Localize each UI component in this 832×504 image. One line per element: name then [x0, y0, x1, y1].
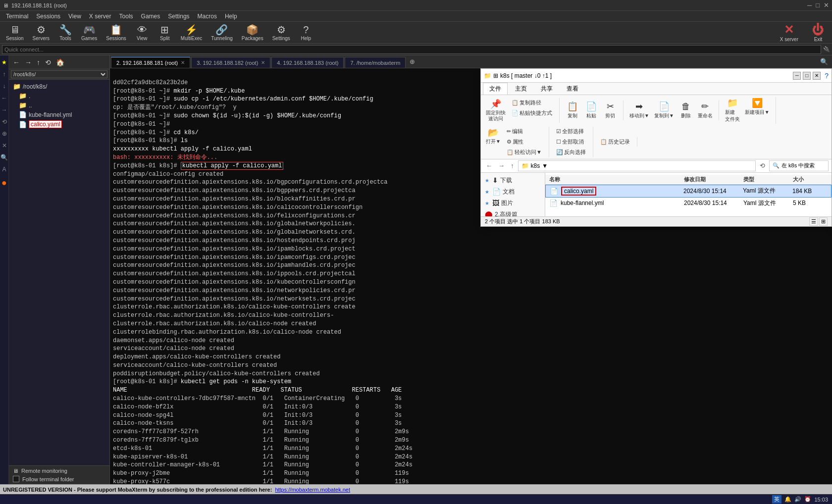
fe-nav-pics[interactable]: 🖼 图片 — [481, 198, 545, 209]
menu-sessions[interactable]: Sessions — [32, 12, 64, 21]
tab-search-btn[interactable]: 🔍 — [817, 57, 831, 66]
fe-moveto-btn[interactable]: ➡ 移动到▼ — [627, 101, 651, 120]
side-icon-add[interactable]: ⊕ — [2, 129, 7, 139]
menu-settings[interactable]: Settings — [164, 12, 193, 21]
fe-properties-btn[interactable]: ⚙ 属性 — [504, 137, 545, 147]
side-icon-up[interactable]: ↑ — [3, 69, 6, 79]
tab-4[interactable]: 7. /home/mobaxterm — [345, 57, 406, 68]
toolbar-help[interactable]: ? Help — [295, 23, 317, 42]
follow-folder-checkbox[interactable] — [13, 476, 19, 482]
fe-paste-btn[interactable]: 📄 粘贴 — [582, 101, 600, 120]
quick-connect-input[interactable] — [2, 45, 821, 54]
fe-newitem-btn[interactable]: 🔽 新建项目▼ — [743, 97, 772, 117]
side-icon-close[interactable]: ✕ — [2, 141, 7, 151]
fe-delete-btn[interactable]: 🗑 删除 — [677, 101, 695, 120]
fe-path-bar[interactable]: 📁 k8s ▼ — [518, 160, 756, 171]
fe-nav-docs[interactable]: 📄 文档 — [481, 186, 545, 198]
fe-refresh-btn[interactable]: ⟲ — [758, 161, 767, 170]
fe-help-icon[interactable]: ? — [825, 72, 829, 80]
minimize-btn[interactable]: ─ — [807, 1, 812, 9]
fe-tab-share[interactable]: 共享 — [534, 83, 559, 95]
fe-selectall-btn[interactable]: ☑ 全部选择 — [553, 127, 589, 136]
side-icon-text[interactable]: A — [2, 164, 6, 174]
fe-forward-btn[interactable]: → — [496, 161, 507, 170]
sidebar-refresh-btn[interactable]: ⟲ — [43, 57, 53, 67]
fe-tab-file[interactable]: 文件 — [483, 83, 508, 95]
fe-copy-btn[interactable]: 📋 复制 — [564, 101, 581, 120]
fe-tab-home[interactable]: 主页 — [509, 83, 533, 95]
menu-help[interactable]: Help — [221, 12, 241, 21]
toolbar-split[interactable]: ⊞ Split — [154, 23, 176, 42]
side-icon-star[interactable]: ★ — [1, 57, 7, 67]
fe-maximize-btn[interactable]: □ — [803, 72, 811, 80]
fe-edit-file-btn[interactable]: ✏ 编辑 — [504, 127, 545, 136]
toolbar-session[interactable]: 🖥 Session — [2, 23, 28, 42]
fe-selectnone-btn[interactable]: ☐ 全部取消 — [553, 137, 589, 147]
fe-pin-btn[interactable]: 📌 固定到快速访问 — [484, 98, 508, 123]
fe-window-controls[interactable]: ─ □ ✕ — [793, 72, 821, 80]
tree-item-dot[interactable]: 📁 . — [9, 91, 109, 101]
menu-xserver[interactable]: X server — [85, 12, 115, 21]
side-icon-dot[interactable]: ● — [1, 176, 7, 190]
fe-cut-btn[interactable]: ✂ 剪切 — [601, 101, 619, 120]
fe-minimize-btn[interactable]: ─ — [793, 72, 801, 80]
toolbar-games[interactable]: 🎮 Games — [77, 23, 101, 42]
tab-2-close[interactable]: ✕ — [261, 60, 265, 65]
fe-invertsel-btn[interactable]: 🔄 反向选择 — [553, 148, 589, 157]
fe-back-btn[interactable]: ← — [484, 161, 494, 170]
fe-file-row-flannel[interactable]: 📄 kube-flannel.yml 2024/8/30 15:14 Yaml … — [545, 198, 832, 209]
side-icon-search[interactable]: 🔍 — [0, 152, 8, 162]
tree-item-calico[interactable]: 📄 calico.yaml — [9, 119, 109, 129]
fe-copy-path-btn[interactable]: 📋 复制路径 — [509, 98, 555, 107]
fe-col-header-name[interactable]: 名称 — [549, 176, 684, 183]
tab-1[interactable]: 2. 192.168.188.181 (root) ✕ — [111, 57, 190, 68]
clock-icon[interactable]: ⏰ — [804, 496, 811, 503]
close-btn[interactable]: ✕ — [824, 1, 829, 9]
fe-nav-advanced[interactable]: ⬤ 2.高级篇 — [481, 209, 545, 216]
toolbar-packages[interactable]: 📦 Packages — [238, 23, 267, 42]
fe-col-header-date[interactable]: 修改日期 — [684, 176, 743, 183]
xserver-button[interactable]: ✕ X server — [774, 22, 804, 43]
fe-view-details[interactable]: ☰ — [809, 217, 818, 226]
tab-1-close[interactable]: ✕ — [181, 60, 185, 65]
fe-nav-downloads[interactable]: ⬇ 下载 — [481, 175, 545, 186]
maximize-btn[interactable]: □ — [816, 1, 820, 9]
fe-easyaccess-btn[interactable]: 📋 轻松访问▼ — [504, 148, 545, 157]
sidebar-back-btn[interactable]: ← — [11, 57, 22, 67]
toolbar-servers[interactable]: ⚙ Servers — [29, 23, 53, 42]
fe-paste-shortcut-btn[interactable]: 📄 粘贴快捷方式 — [509, 108, 555, 118]
menu-terminal[interactable]: Terminal — [2, 12, 32, 21]
fe-tab-view[interactable]: 查看 — [560, 83, 585, 95]
toolbar-multiexec[interactable]: ⚡ MultiExec — [177, 23, 206, 42]
menu-view[interactable]: View — [64, 12, 85, 21]
fe-open-btn[interactable]: 📂 打开▼ — [484, 127, 503, 147]
toolbar-sessions[interactable]: 📋 Sessions — [102, 23, 130, 42]
fe-view-large[interactable]: ⊞ — [819, 217, 828, 226]
fe-close-btn[interactable]: ✕ — [813, 72, 821, 80]
side-icon-refresh[interactable]: ⟲ — [2, 117, 7, 127]
sidebar-forward-btn[interactable]: → — [23, 57, 34, 67]
fe-rename-btn[interactable]: ✏ 重命名 — [696, 101, 715, 120]
tab-more-btn[interactable]: ⊕ — [407, 57, 418, 66]
fe-col-header-size[interactable]: 大小 — [793, 176, 828, 183]
menu-macros[interactable]: Macros — [194, 12, 221, 21]
menu-tools[interactable]: Tools — [115, 12, 137, 21]
title-controls[interactable]: ─ □ ✕ — [807, 1, 829, 9]
exit-button[interactable]: ⏻ Exit — [806, 22, 830, 43]
fe-col-header-type[interactable]: 类型 — [743, 176, 793, 183]
volume-icon[interactable]: 🔊 — [794, 496, 801, 503]
fe-file-row-calico[interactable]: 📄 calico.yaml 2024/8/30 15:14 Yaml 源文件 1… — [545, 185, 832, 198]
tree-item-root[interactable]: 📁 /root/k8s/ — [9, 82, 109, 91]
fe-search-bar[interactable]: 🔍 在 k8s 中搜索 — [769, 160, 829, 171]
toolbar-settings[interactable]: ⚙ Settings — [268, 23, 294, 42]
fe-newfolder-btn[interactable]: 📁 新建文件夹 — [723, 97, 742, 124]
fe-up-btn[interactable]: ↑ — [509, 161, 516, 170]
remote-monitor-item[interactable]: 🖥 Remote monitoring — [13, 468, 105, 474]
side-icon-down[interactable]: ↓ — [3, 81, 6, 91]
side-icon-right[interactable]: → — [1, 105, 7, 115]
status-link[interactable]: https://mobaxterm.mobatek.net — [275, 487, 350, 493]
toolbar-view[interactable]: 👁 View — [131, 23, 153, 42]
sidebar-path-select[interactable]: /root/k8s/ — [11, 70, 107, 78]
fe-path-dropdown[interactable]: ▼ — [542, 162, 548, 169]
menu-games[interactable]: Games — [137, 12, 164, 21]
